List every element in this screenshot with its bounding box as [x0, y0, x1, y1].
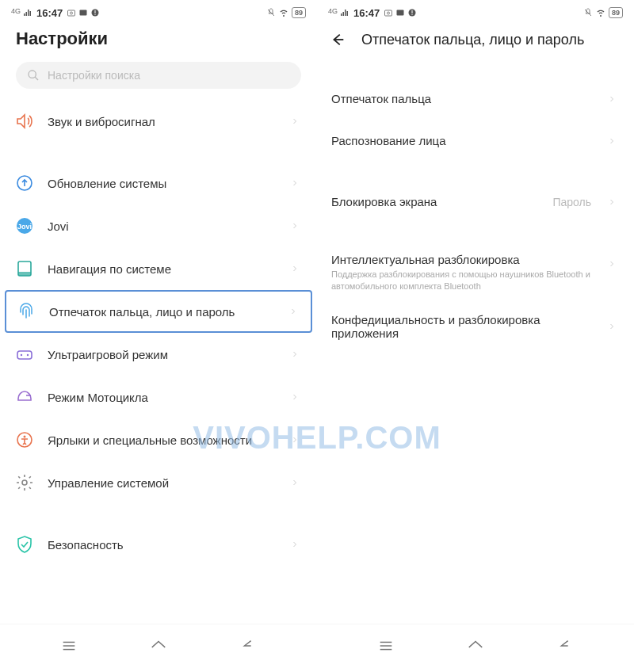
row-label: Распознование лица — [331, 134, 594, 147]
svg-rect-28 — [412, 14, 413, 15]
row-ultra-game-mode[interactable]: Ультраигровой режим — [0, 333, 317, 376]
row-face-recognition[interactable]: Распознование лица — [317, 120, 634, 162]
chevron-right-icon — [290, 177, 303, 189]
row-label: Блокировка экрана — [331, 195, 540, 208]
status-right: 89 — [266, 7, 306, 18]
back-button[interactable] — [327, 29, 349, 51]
chevron-right-icon — [290, 538, 303, 551]
navigation-icon — [14, 258, 35, 279]
svg-rect-27 — [412, 10, 413, 13]
camera-icon — [384, 8, 393, 17]
message-icon — [395, 8, 405, 17]
nav-menu-button[interactable] — [377, 637, 395, 658]
svg-point-19 — [22, 480, 27, 485]
chevron-right-icon — [290, 476, 303, 489]
settings-screen: 4G 16:47 89 Настройки Звук и вибросигнал — [0, 0, 317, 672]
status-left: 4G 16:47 — [328, 7, 417, 19]
settings-list: Звук и вибросигнал Обновление системы Jo… — [0, 100, 317, 624]
chevron-right-icon — [288, 305, 301, 318]
search-icon — [27, 69, 40, 82]
svg-text:Jovi: Jovi — [17, 223, 32, 231]
svg-line-29 — [585, 10, 591, 16]
status-bar: 4G 16:47 89 — [0, 0, 317, 22]
status-left: 4G 16:47 — [11, 7, 100, 19]
row-label: Ультраигровой режим — [48, 348, 277, 361]
alert-icon — [90, 8, 100, 17]
nav-back-button[interactable] — [556, 637, 574, 658]
row-label: Интеллектуальная разблокировка — [331, 253, 594, 266]
row-system-update[interactable]: Обновление системы — [0, 162, 317, 204]
row-subtitle: Поддержка разблокирования с помощью науш… — [331, 269, 594, 292]
helmet-icon — [14, 387, 35, 407]
row-label: Отпечаток пальца — [331, 92, 594, 105]
svg-rect-0 — [68, 10, 75, 16]
chevron-right-icon — [290, 433, 303, 446]
svg-rect-13 — [18, 272, 31, 276]
signal-icon — [23, 8, 32, 17]
row-label: Конфедициальность и разблокировка прилож… — [331, 313, 594, 340]
chevron-right-icon — [607, 258, 620, 270]
nav-menu-button[interactable] — [60, 637, 78, 658]
chevron-right-icon — [607, 135, 620, 147]
network-indicator: 4G — [328, 7, 338, 15]
search-box[interactable] — [16, 62, 301, 89]
row-jovi[interactable]: Jovi Jovi — [0, 204, 317, 247]
shield-icon — [14, 534, 35, 555]
mute-icon — [583, 8, 593, 17]
search-input[interactable] — [48, 69, 290, 82]
row-sound[interactable]: Звук и вибросигнал — [0, 100, 317, 143]
nav-home-button[interactable] — [150, 637, 167, 658]
update-icon — [14, 173, 35, 193]
row-system-navigation[interactable]: Навигация по системе — [0, 247, 317, 290]
signal-icon — [340, 8, 349, 17]
svg-rect-25 — [397, 10, 404, 16]
row-fingerprint[interactable]: Отпечаток пальца — [317, 78, 634, 120]
svg-rect-2 — [80, 10, 87, 16]
svg-point-24 — [388, 12, 390, 14]
wifi-icon — [596, 8, 605, 17]
nav-back-button[interactable] — [239, 637, 257, 658]
svg-line-6 — [268, 10, 274, 16]
svg-rect-14 — [17, 351, 32, 359]
status-right: 89 — [583, 7, 623, 18]
row-fingerprint-face-password[interactable]: Отпечаток пальца, лицо и пароль — [5, 290, 312, 333]
chevron-right-icon — [290, 391, 303, 403]
row-smart-unlock[interactable]: Интеллектуальная разблокировка Поддержка… — [317, 242, 634, 304]
row-label: Режим Мотоцикла — [48, 391, 277, 404]
page-header: Настройки — [0, 22, 317, 62]
svg-rect-23 — [385, 10, 392, 16]
nav-bar — [0, 624, 317, 672]
gear-icon — [14, 472, 35, 493]
status-bar: 4G 16:47 89 — [317, 0, 634, 22]
row-motorcycle-mode[interactable]: Режим Мотоцикла — [0, 376, 317, 418]
alert-icon — [407, 8, 417, 17]
row-label: Звук и вибросигнал — [48, 115, 277, 128]
network-indicator: 4G — [11, 7, 21, 15]
chevron-right-icon — [290, 220, 303, 232]
row-label: Jovi — [48, 220, 277, 233]
row-value: Пароль — [552, 196, 591, 208]
row-label: Отпечаток пальца, лицо и пароль — [49, 305, 276, 319]
chevron-right-icon — [290, 115, 303, 128]
svg-point-16 — [27, 354, 29, 356]
page-title: Отпечаток пальца, лицо и пароль — [361, 32, 584, 48]
status-time: 16:47 — [36, 7, 63, 19]
chevron-right-icon — [607, 196, 620, 208]
mute-icon — [266, 8, 276, 17]
row-shortcuts-accessibility[interactable]: Ярлыки и специальные возможности — [0, 418, 317, 461]
row-privacy-app-unlock[interactable]: Конфедициальность и разблокировка прилож… — [317, 304, 634, 354]
svg-point-1 — [71, 12, 73, 14]
page-title: Настройки — [16, 29, 301, 49]
sound-icon — [14, 111, 35, 132]
nav-bar — [317, 624, 634, 672]
row-system-management[interactable]: Управление системой — [0, 461, 317, 504]
row-screen-lock[interactable]: Блокировка экрана Пароль — [317, 181, 634, 223]
row-label: Безопасность — [48, 538, 277, 552]
wifi-icon — [279, 8, 288, 17]
row-label: Ярлыки и специальные возможности — [48, 433, 277, 447]
row-security[interactable]: Безопасность — [0, 523, 317, 566]
camera-icon — [67, 8, 76, 17]
svg-point-18 — [24, 436, 26, 438]
security-options-list: Отпечаток пальца Распознование лица Блок… — [317, 63, 634, 624]
nav-home-button[interactable] — [467, 637, 484, 658]
